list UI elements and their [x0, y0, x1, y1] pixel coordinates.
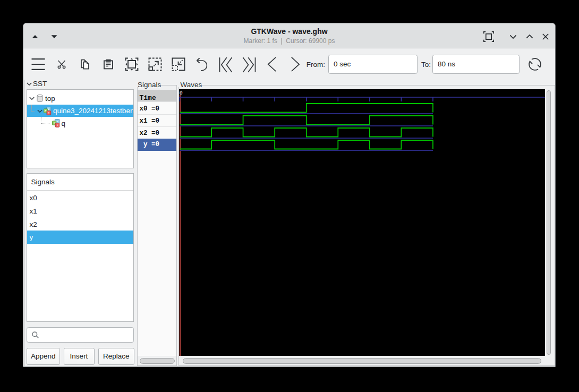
svg-text:0: 0	[180, 90, 183, 96]
